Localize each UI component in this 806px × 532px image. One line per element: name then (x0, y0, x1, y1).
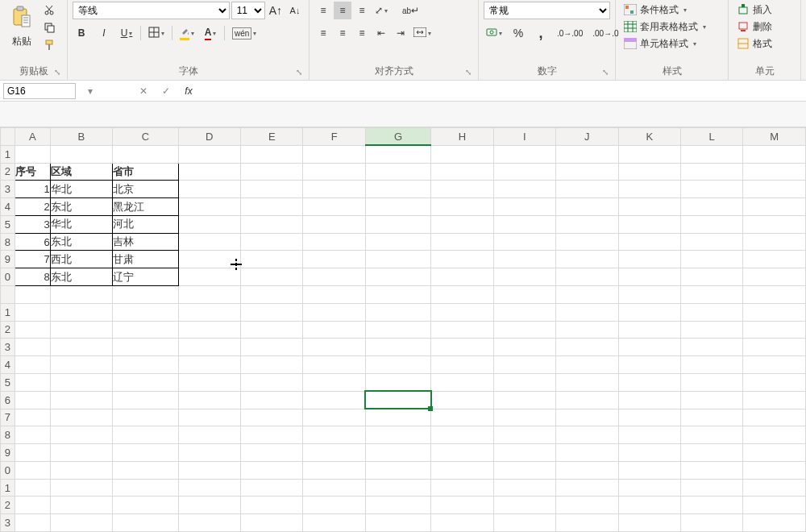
cell[interactable] (50, 479, 112, 497)
cell[interactable] (743, 233, 806, 251)
borders-button[interactable] (146, 24, 167, 42)
cell[interactable] (241, 198, 303, 216)
formula-input[interactable] (203, 83, 803, 99)
cell[interactable] (618, 339, 680, 356)
cell[interactable]: 华北 (50, 215, 112, 233)
number-format-select[interactable]: 常规 (484, 2, 610, 19)
cell[interactable] (556, 356, 618, 374)
cell[interactable] (113, 409, 178, 426)
cell[interactable] (493, 461, 555, 479)
cell[interactable] (113, 373, 178, 391)
cell[interactable] (178, 321, 240, 339)
clipboard-launcher-icon[interactable]: ⤡ (52, 68, 62, 77)
orientation-button[interactable]: ⤢ (372, 2, 390, 19)
cell[interactable] (680, 339, 742, 356)
copy-button[interactable] (40, 19, 58, 37)
cell[interactable] (618, 286, 680, 304)
cell[interactable] (680, 356, 742, 374)
cell[interactable] (365, 215, 430, 233)
cell[interactable] (303, 373, 365, 391)
cell[interactable] (680, 409, 742, 426)
cell[interactable] (50, 461, 112, 479)
cell[interactable]: 东北 (50, 233, 112, 251)
cell[interactable] (365, 321, 430, 339)
comma-button[interactable]: , (532, 24, 550, 42)
cell[interactable] (680, 145, 742, 163)
cell[interactable] (178, 198, 240, 216)
fill-color-button[interactable] (177, 24, 197, 42)
align-middle-button[interactable]: ≡ (334, 2, 351, 19)
cell[interactable] (493, 233, 555, 251)
cell[interactable] (680, 215, 742, 233)
cell[interactable] (431, 163, 493, 181)
cell[interactable] (15, 409, 50, 426)
align-bottom-button[interactable]: ≡ (353, 2, 371, 19)
cell[interactable] (178, 444, 240, 462)
cell[interactable] (493, 356, 555, 374)
cell[interactable] (303, 409, 365, 426)
align-left-button[interactable]: ≡ (314, 24, 332, 42)
cell[interactable] (618, 181, 680, 198)
wrap-text-button[interactable]: ab↵ (400, 2, 422, 19)
font-color-button[interactable]: A (202, 24, 219, 42)
cell[interactable] (431, 286, 493, 304)
row-header[interactable]: 3 (1, 181, 15, 198)
table-format-button[interactable]: 套用表格格式▾ (621, 19, 709, 35)
cell[interactable] (556, 286, 618, 304)
cell[interactable]: 8 (15, 268, 50, 286)
cell[interactable] (680, 426, 742, 444)
cell[interactable] (493, 444, 555, 462)
cell[interactable] (15, 373, 50, 391)
cell[interactable] (303, 426, 365, 444)
cell[interactable] (431, 251, 493, 268)
cell[interactable] (178, 181, 240, 198)
cell[interactable] (680, 233, 742, 251)
cell[interactable]: 黑龙江 (113, 198, 178, 216)
cell[interactable]: 河北 (113, 215, 178, 233)
cell[interactable] (618, 444, 680, 462)
cell[interactable] (556, 479, 618, 497)
cell[interactable] (50, 514, 112, 532)
cell[interactable]: 序号 (15, 163, 50, 181)
cell[interactable] (680, 163, 742, 181)
cell[interactable]: 东北 (50, 198, 112, 216)
percent-button[interactable]: % (509, 24, 527, 42)
cell[interactable] (743, 215, 806, 233)
cell[interactable] (241, 181, 303, 198)
cell[interactable] (241, 251, 303, 268)
cell[interactable] (178, 391, 240, 409)
cell[interactable] (241, 479, 303, 497)
row-header[interactable]: 8 (1, 233, 15, 251)
cell[interactable] (50, 409, 112, 426)
increase-font-button[interactable]: A↑ (267, 2, 285, 19)
cell[interactable] (15, 356, 50, 374)
row-header[interactable]: 6 (1, 391, 15, 409)
cell[interactable] (431, 391, 493, 409)
row-header[interactable]: 7 (1, 409, 15, 426)
conditional-format-button[interactable]: 条件格式▾ (621, 2, 690, 18)
cell[interactable] (113, 426, 178, 444)
cell[interactable] (50, 145, 112, 163)
cell[interactable] (178, 461, 240, 479)
cell[interactable] (303, 497, 365, 514)
cell[interactable] (618, 251, 680, 268)
column-header-B[interactable]: B (50, 128, 112, 146)
cell[interactable] (431, 181, 493, 198)
cell[interactable] (556, 215, 618, 233)
cell[interactable] (493, 391, 555, 409)
cell[interactable] (50, 356, 112, 374)
cell[interactable]: 2 (15, 198, 50, 216)
cell[interactable] (15, 461, 50, 479)
cell[interactable] (303, 461, 365, 479)
row-header[interactable]: 4 (1, 356, 15, 374)
cell[interactable] (743, 198, 806, 216)
cell[interactable] (743, 303, 806, 321)
cell[interactable] (178, 145, 240, 163)
cell[interactable] (365, 233, 430, 251)
cell[interactable]: 吉林 (113, 233, 178, 251)
cell[interactable] (493, 163, 555, 181)
cell[interactable] (241, 303, 303, 321)
cell[interactable] (493, 479, 555, 497)
column-header-A[interactable]: A (15, 128, 50, 146)
cell[interactable] (50, 286, 112, 304)
